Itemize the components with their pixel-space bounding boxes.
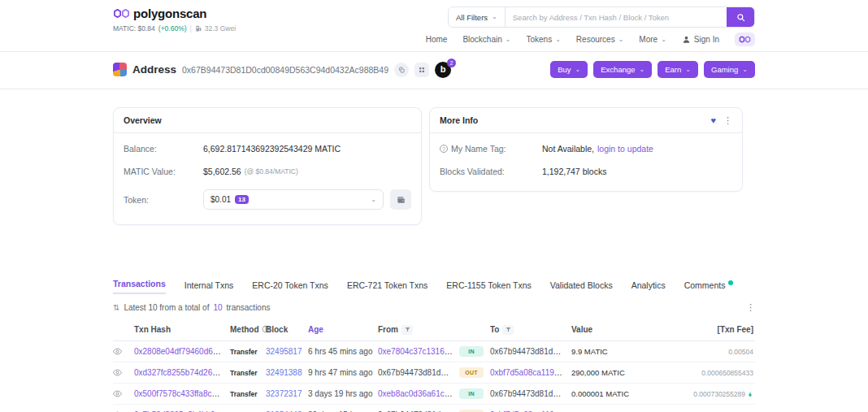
sign-in-link[interactable]: Sign In	[682, 35, 719, 44]
token-dropdown[interactable]: $0.01 13 ⌄	[203, 189, 384, 210]
nav-item-home[interactable]: Home	[426, 35, 448, 44]
matic-value: $5,602.56	[203, 167, 241, 176]
chevron-down-icon: ⌄	[555, 37, 561, 43]
eye-icon	[113, 389, 122, 398]
tx-table-body: 0x2808e04df79460d681...Transfer324958176…	[113, 341, 755, 412]
from-address-link[interactable]: 0xe7804c37c13166ff0b3...	[378, 347, 459, 356]
name-tag-value: Not Available,	[542, 144, 594, 154]
tab-validated-blocks[interactable]: Validated Blocks	[550, 280, 613, 294]
favorite-heart-icon[interactable]: ♥	[710, 115, 716, 125]
chevron-down-icon: ⌄	[685, 67, 691, 73]
more-options-icon[interactable]: ⋮	[723, 116, 732, 125]
address-header-section: Address 0x67B94473D81D0cd00849D563C94d04…	[0, 52, 868, 89]
search-button[interactable]	[727, 7, 754, 27]
top-header: polygonscan MATIC: $0.84 (+0.60%) | 32.3…	[0, 0, 868, 52]
method-badge: Transfer	[230, 369, 258, 377]
to-address: 0x67b94473d81d0cd008...	[490, 389, 571, 398]
nav-item-tokens[interactable]: Tokens ⌄	[526, 35, 560, 44]
block-link[interactable]: 32491388	[266, 368, 302, 377]
wallet-icon	[397, 196, 406, 204]
preview-txn-button[interactable]	[113, 389, 122, 398]
name-tag-label: My Name Tag:	[451, 144, 506, 154]
block-link[interactable]: 32372317	[266, 389, 302, 398]
tab-erc-20-token-txns[interactable]: ERC-20 Token Txns	[252, 280, 328, 294]
burn-flame-icon	[747, 390, 753, 398]
matic-value-row: MATIC Value: $5,602.56 (@ $0.84/MATIC)	[124, 160, 411, 183]
buy-button[interactable]: Buy ⌄	[550, 61, 588, 78]
gas-pump-icon	[195, 25, 202, 33]
chevron-down-icon: ⌄	[661, 37, 666, 43]
token-count-badge: 13	[235, 195, 249, 204]
token-row: Token: $0.01 13 ⌄	[124, 183, 411, 216]
polygon-logo-icon	[113, 7, 130, 20]
gas-price[interactable]: 32.3 Gwei	[205, 24, 236, 33]
to-filter-button[interactable]	[502, 325, 514, 335]
search-input[interactable]	[506, 7, 727, 27]
blocks-validated-value: 1,192,747 blocks	[542, 167, 732, 176]
col-txn-fee: [Txn Fee]	[685, 325, 755, 334]
copy-address-button[interactable]	[394, 63, 409, 77]
page-title: Address	[132, 63, 176, 76]
txn-fee: 0.000730255289	[693, 390, 755, 398]
txn-value: 290,000 MATIC	[571, 368, 685, 377]
col-txn-hash: Txn Hash	[134, 325, 230, 334]
token-value: $0.01	[210, 195, 231, 204]
table-row: 0x7b50d8865e2b4bb91b...Transfer313544483…	[113, 405, 755, 412]
chevron-down-icon: ⌄	[575, 67, 581, 73]
from-address-link[interactable]: 0xeb8ac0d36a61c30692...	[378, 389, 459, 398]
blockscan-chat-button[interactable]: b 2	[435, 62, 451, 78]
matic-value-label: MATIC Value:	[124, 167, 203, 176]
preview-txn-button[interactable]	[113, 347, 122, 356]
table-row: 0xd327fc8255b74d26b3...Transfer324913889…	[113, 362, 755, 384]
age-text: 6 hrs 45 mins ago	[308, 347, 378, 356]
tab-erc-1155-token-txns[interactable]: ERC-1155 Token Txns	[446, 280, 531, 294]
chat-count-badge: 2	[447, 59, 456, 67]
tab-comments[interactable]: Comments	[684, 280, 734, 294]
qr-code-button[interactable]	[414, 63, 429, 77]
table-options-icon[interactable]: ⋮	[746, 303, 755, 312]
token-label: Token:	[124, 195, 203, 205]
chevron-down-icon: ⌄	[640, 67, 645, 73]
gaming-button[interactable]: Gaming ⌄	[704, 61, 755, 78]
tab-analytics[interactable]: Analytics	[631, 280, 666, 294]
txn-hash-link[interactable]: 0x500f7578c433ffa8c609...	[134, 389, 230, 398]
txn-value: 0.000001 MATIC	[571, 389, 685, 398]
from-filter-button[interactable]	[401, 325, 413, 335]
earn-button[interactable]: Earn ⌄	[658, 61, 698, 78]
col-age[interactable]: Age	[308, 325, 378, 334]
to-address-link[interactable]: 0xbf7d5a08ca1191d61f4...	[490, 368, 571, 377]
price-change: (+0.60%)	[158, 24, 187, 33]
polygonscan-logo[interactable]: polygonscan	[113, 7, 236, 20]
nav-item-blockchain[interactable]: Blockchain ⌄	[462, 35, 510, 44]
funnel-icon	[506, 327, 511, 332]
token-holdings-button[interactable]	[390, 189, 411, 210]
tab-internal-txns[interactable]: Internal Txns	[184, 280, 234, 294]
nav-item-more[interactable]: More ⌄	[639, 35, 666, 44]
login-to-update-link[interactable]: login to update	[597, 144, 653, 154]
comments-dot	[728, 280, 733, 285]
network-switcher-button[interactable]	[735, 33, 755, 46]
chevron-down-icon: ⌄	[742, 67, 748, 73]
chevron-down-icon: ⌄	[618, 37, 624, 43]
search-bar: All Filters ⌄	[448, 7, 755, 28]
preview-txn-button[interactable]	[113, 368, 122, 377]
qr-grid-icon	[419, 67, 425, 73]
txn-hash-link[interactable]: 0xd327fc8255b74d26b3...	[134, 368, 228, 377]
txn-hash-link[interactable]: 0x2808e04df79460d681...	[134, 347, 228, 356]
summary-count-link[interactable]: 10	[213, 303, 222, 312]
block-link[interactable]: 32495817	[266, 347, 302, 356]
name-tag-row: ? My Name Tag: Not Available, login to u…	[440, 137, 732, 160]
tab-transactions[interactable]: Transactions	[113, 279, 166, 294]
exchange-button[interactable]: Exchange ⌄	[593, 61, 652, 78]
method-badge: Transfer	[230, 348, 258, 356]
chevron-down-icon: ⌄	[506, 37, 511, 43]
table-header-row: Txn Hash Method ⓘ Block Age From To	[113, 319, 755, 341]
tab-erc-721-token-txns[interactable]: ERC-721 Token Txns	[347, 280, 427, 294]
blocks-validated-row: Blocks Validated: 1,192,747 blocks	[440, 160, 732, 183]
funnel-icon	[405, 327, 410, 332]
to-address: 0x67b94473d81d0cd008...	[490, 347, 571, 356]
nav-item-resources[interactable]: Resources ⌄	[576, 35, 624, 44]
eye-icon	[113, 368, 122, 377]
direction-badge: IN	[459, 388, 484, 399]
search-filter-dropdown[interactable]: All Filters ⌄	[449, 7, 506, 27]
